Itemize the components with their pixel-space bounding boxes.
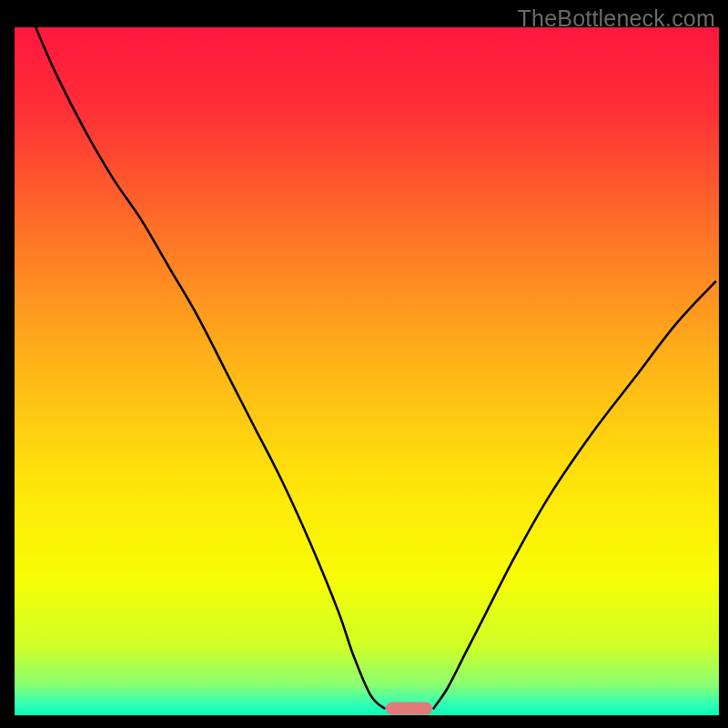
attribution-label: TheBottleneck.com — [518, 5, 715, 32]
optimal-marker — [386, 702, 432, 714]
chart-svg — [0, 0, 728, 728]
plot-area — [15, 27, 719, 715]
bottleneck-chart: TheBottleneck.com — [0, 0, 728, 728]
